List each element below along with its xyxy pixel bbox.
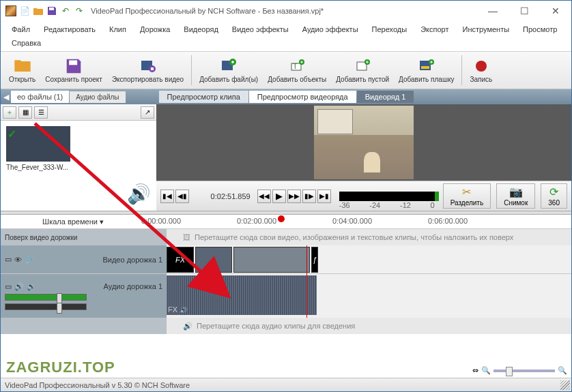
zoom-in-icon[interactable]: 🔍 <box>558 366 567 375</box>
bin-tabs: ◀ ео файлы (1) Аудио файлы <box>1 89 156 104</box>
add-objects-button[interactable]: T Добавить объекты <box>263 52 330 88</box>
record-button[interactable]: Запись <box>466 52 496 88</box>
preview-viewport[interactable] <box>156 104 571 181</box>
media-bin: ◀ ео файлы (1) Аудио файлы ＋ ▦ ☰ ↗ ✓ The… <box>1 89 156 211</box>
menubar: Файл Редактировать Клип Дорожка Видеоряд… <box>1 21 571 51</box>
lock-icon[interactable]: 🔗 <box>25 255 34 264</box>
overlay-track-body[interactable]: 🖼 Перетащите сюда свои видео, изображени… <box>167 229 571 245</box>
folder-icon <box>14 58 31 74</box>
undo-icon[interactable]: ↶ <box>59 5 72 17</box>
play-button[interactable]: ▶ <box>272 190 286 203</box>
menu-file[interactable]: Файл <box>5 22 37 36</box>
media-clip[interactable]: ✓ The_Fever_333-W... <box>6 126 70 171</box>
add-blank-icon <box>354 58 371 74</box>
clip-fx-label[interactable]: FX 🔊 <box>168 305 187 314</box>
menu-transitions[interactable]: Переходы <box>365 22 414 36</box>
add-media-button[interactable]: ＋ <box>3 106 16 119</box>
solo-icon[interactable]: 🔉 <box>27 282 36 291</box>
camera-icon: 📷 <box>509 185 523 198</box>
menu-view[interactable]: Просмотр <box>516 22 564 36</box>
menu-track[interactable]: Дорожка <box>133 22 177 36</box>
playhead-line <box>306 245 307 274</box>
prev-frame-button[interactable]: ◀▮ <box>175 190 189 203</box>
view-list-button[interactable]: ☰ <box>34 106 48 119</box>
scissors-icon: ✂ <box>462 185 471 198</box>
menu-clip[interactable]: Клип <box>102 22 133 36</box>
overlay-track-header: Поверх видео дорожки <box>1 229 167 245</box>
bin-content[interactable]: ✓ The_Fever_333-W... 🔊 <box>1 121 156 211</box>
fx-clip[interactable]: FX <box>167 247 194 273</box>
pan-slider[interactable] <box>5 303 87 310</box>
forward-button[interactable]: ▶▶ <box>287 190 301 203</box>
save-project-button[interactable]: Сохранить проект <box>41 52 106 88</box>
visibility-icon[interactable]: 👁 <box>14 256 22 264</box>
detach-panel-button[interactable]: ↗ <box>141 106 154 119</box>
video-clip[interactable] <box>195 247 232 273</box>
audio-clip[interactable]: FX 🔊 <box>167 275 317 315</box>
zoom-slider[interactable] <box>494 370 555 372</box>
timeline-scale-label: Шкала времени ▾ <box>5 217 141 226</box>
add-files-button[interactable]: Добавить файл(ы) <box>195 52 262 88</box>
view-thumbs-button[interactable]: ▦ <box>18 106 32 119</box>
menu-sequence[interactable]: Видеоряд <box>177 22 225 36</box>
timeline-ruler[interactable]: 0:00:00.000 0:02:00.000 0:04:00.000 0:06… <box>141 215 567 228</box>
add-title-button[interactable]: Добавить плашку <box>395 52 458 88</box>
check-icon: ✓ <box>8 127 16 140</box>
maximize-button[interactable]: ☐ <box>509 1 540 21</box>
separator <box>191 55 192 85</box>
audio-track-body[interactable]: FX 🔊 <box>167 274 571 318</box>
svg-rect-13 <box>421 66 429 69</box>
tab-clip-preview[interactable]: Предпросмотр клипа <box>159 91 248 103</box>
goto-start-button[interactable]: ▮◀ <box>160 190 174 203</box>
scroll-left-icon[interactable]: ◀ <box>3 93 9 102</box>
tab-audio-files[interactable]: Аудио файлы <box>70 91 125 103</box>
close-button[interactable]: ✕ <box>540 1 571 21</box>
open-icon[interactable] <box>32 5 44 17</box>
new-icon[interactable]: 📄 <box>18 5 31 17</box>
menu-export[interactable]: Экспорт <box>414 22 455 36</box>
audio-track-1: ▭ 🔊 🔉 Аудио дорожка 1 FX 🔊 <box>1 273 571 317</box>
menu-edit[interactable]: Редактировать <box>37 22 102 36</box>
collapse-icon[interactable]: ▭ <box>5 282 12 291</box>
video-track-body[interactable]: FX ƒ <box>167 245 571 273</box>
playhead-line <box>306 274 307 318</box>
zoom-out-icon[interactable]: 🔍 <box>481 366 491 375</box>
open-button[interactable]: Открыть <box>5 52 40 88</box>
menu-video-fx[interactable]: Видео эффекты <box>225 22 296 36</box>
split-button[interactable]: ✂ Разделить <box>443 183 491 209</box>
app-icon <box>5 5 17 17</box>
export-video-button[interactable]: Экспортировать видео <box>108 52 188 88</box>
ribbon-toolbar: Открыть Сохранить проект Экспортировать … <box>1 51 571 89</box>
export-icon <box>140 58 156 74</box>
redo-icon[interactable]: ↷ <box>73 5 85 17</box>
rewind-button[interactable]: ◀◀ <box>257 190 271 203</box>
video-clip[interactable] <box>233 247 310 273</box>
minimize-button[interactable]: — <box>477 1 509 21</box>
next-frame-button[interactable]: ▮▶ <box>302 190 316 203</box>
snapshot-button[interactable]: 📷 Снимок <box>496 183 535 209</box>
quick-access-toolbar: 📄 ↶ ↷ <box>5 5 85 17</box>
playhead-marker[interactable] <box>278 215 285 222</box>
volume-slider[interactable] <box>5 294 87 301</box>
add-blank-button[interactable]: Добавить пустой <box>332 52 393 88</box>
svg-point-15 <box>476 61 487 72</box>
menu-audio-fx[interactable]: Аудио эффекты <box>296 22 365 36</box>
bin-toolbar: ＋ ▦ ☰ ↗ <box>1 104 156 121</box>
svg-rect-4 <box>151 67 154 70</box>
resize-grip[interactable] <box>560 380 570 390</box>
collapse-icon[interactable]: ▭ <box>5 255 12 264</box>
video-track-1: ▭ 👁 🔗 Видео дорожка 1 FX ƒ <box>1 245 571 273</box>
audio-mix-body[interactable]: 🔊 Перетащите сюда аудио клипы для сведен… <box>167 318 571 334</box>
menu-tools[interactable]: Инструменты <box>456 22 517 36</box>
goto-end-button[interactable]: ▶▮ <box>317 190 331 203</box>
mute-icon[interactable]: 🔊 <box>14 282 24 291</box>
tab-sequence-preview[interactable]: Предпросмотр видеоряда <box>249 91 356 103</box>
save-icon[interactable] <box>46 5 58 17</box>
menu-help[interactable]: Справка <box>5 36 48 50</box>
tab-sequence-1[interactable]: Видеоряд 1 <box>357 91 414 103</box>
fx-clip-end[interactable]: ƒ <box>311 247 318 273</box>
rotate-360-button[interactable]: ⟳ 360 <box>541 183 567 209</box>
window-title: VideoPad Профессиональный by NCH Softwar… <box>91 7 324 15</box>
tab-video-files[interactable]: ео файлы (1) <box>11 91 69 103</box>
fit-width-icon[interactable]: ⇔ <box>472 366 478 375</box>
